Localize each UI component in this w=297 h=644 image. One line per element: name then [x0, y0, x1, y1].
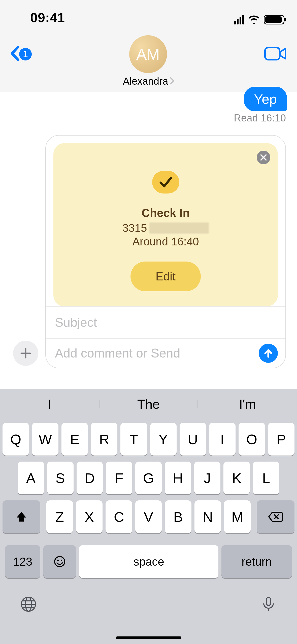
key-z[interactable]: Z [46, 500, 73, 533]
avatar-initials: AM [136, 45, 160, 63]
outgoing-message-bubble[interactable]: Yep [244, 87, 287, 111]
keyboard-row-3: Z X C V B N M [3, 500, 294, 533]
key-r[interactable]: R [91, 423, 117, 456]
back-button[interactable]: 1 [10, 44, 32, 64]
contact-avatar[interactable]: AM [129, 35, 167, 73]
compose-card: Check In 3315 Around 16:40 Edit [45, 135, 286, 368]
add-attachment-button[interactable] [13, 341, 38, 366]
key-emoji[interactable] [43, 545, 76, 578]
checkin-address-number: 3315 [122, 222, 147, 234]
dictation-button[interactable] [260, 596, 277, 614]
globe-button[interactable] [20, 596, 37, 614]
facetime-button[interactable] [264, 46, 287, 62]
keyboard-row-4: 123 space return [3, 545, 294, 578]
subject-row[interactable] [46, 306, 285, 338]
svg-point-8 [55, 557, 65, 567]
suggestion-2[interactable]: The [99, 397, 198, 412]
key-h[interactable]: H [165, 462, 191, 494]
read-time: 16:10 [261, 112, 286, 123]
key-space[interactable]: space [79, 545, 218, 578]
cellular-signal-icon [234, 15, 244, 24]
key-b[interactable]: B [165, 500, 191, 533]
messages-area: Yep Read 16:10 Check In 3 [0, 92, 297, 369]
unread-badge: 1 [19, 48, 32, 60]
key-return[interactable]: return [221, 545, 292, 578]
chevron-right-icon [170, 77, 174, 86]
comment-row [46, 338, 285, 368]
read-receipt: Read 16:10 [234, 112, 286, 124]
key-u[interactable]: U [180, 423, 206, 456]
key-n[interactable]: N [194, 500, 221, 533]
key-numbers[interactable]: 123 [5, 545, 40, 578]
chevron-left-icon [10, 44, 20, 64]
comment-input[interactable] [55, 346, 259, 361]
read-label: Read [234, 112, 258, 123]
conversation-header: 1 AM Alexandra [0, 25, 297, 92]
status-icons [234, 14, 284, 25]
checkin-time: Around 16:40 [132, 235, 199, 248]
suggestion-1[interactable]: I [0, 397, 99, 412]
checkin-title: Check In [142, 206, 190, 220]
keyboard-footer [0, 578, 297, 644]
svg-point-10 [61, 560, 62, 561]
key-t[interactable]: T [120, 423, 147, 456]
checkin-address: 3315 [122, 222, 209, 234]
checkin-edit-button[interactable]: Edit [130, 262, 201, 291]
keyboard: I The I'm Q W E R T Y U I O P A S D F [0, 389, 297, 644]
status-time: 09:41 [30, 10, 65, 25]
contact-name-label: Alexandra [123, 76, 168, 87]
close-attachment-button[interactable] [257, 151, 270, 164]
key-i[interactable]: I [209, 423, 236, 456]
send-button[interactable] [259, 344, 278, 363]
key-w[interactable]: W [32, 423, 58, 456]
key-a[interactable]: A [18, 462, 44, 494]
key-c[interactable]: C [106, 500, 132, 533]
status-bar: 09:41 [0, 0, 297, 25]
key-d[interactable]: D [77, 462, 103, 494]
message-text: Yep [254, 91, 277, 107]
key-p[interactable]: P [268, 423, 294, 456]
checkin-address-redacted [149, 222, 209, 234]
home-indicator[interactable] [116, 636, 181, 639]
suggestion-3[interactable]: I'm [198, 397, 297, 412]
keyboard-suggestions: I The I'm [0, 389, 297, 419]
key-g[interactable]: G [135, 462, 162, 494]
wifi-icon [248, 14, 260, 25]
key-y[interactable]: Y [150, 423, 177, 456]
key-shift[interactable] [3, 500, 40, 533]
key-f[interactable]: F [106, 462, 132, 494]
key-s[interactable]: S [47, 462, 74, 494]
svg-rect-14 [267, 597, 271, 605]
key-v[interactable]: V [135, 500, 162, 533]
key-l[interactable]: L [253, 462, 279, 494]
key-m[interactable]: M [224, 500, 251, 533]
key-j[interactable]: J [194, 462, 221, 494]
svg-rect-0 [265, 48, 280, 60]
checkmark-icon [152, 171, 179, 194]
subject-input[interactable] [55, 315, 276, 330]
key-x[interactable]: X [76, 500, 103, 533]
svg-point-9 [57, 560, 59, 561]
key-o[interactable]: O [239, 423, 265, 456]
keyboard-row-2: A S D F G H J K L [3, 462, 294, 494]
key-backspace[interactable] [257, 500, 294, 533]
contact-name-button[interactable]: Alexandra [123, 76, 174, 87]
keyboard-row-1: Q W E R T Y U I O P [3, 423, 294, 456]
key-k[interactable]: K [223, 462, 250, 494]
key-q[interactable]: Q [3, 423, 29, 456]
checkin-attachment: Check In 3315 Around 16:40 Edit [53, 143, 278, 306]
key-e[interactable]: E [61, 423, 88, 456]
battery-icon [264, 15, 284, 24]
